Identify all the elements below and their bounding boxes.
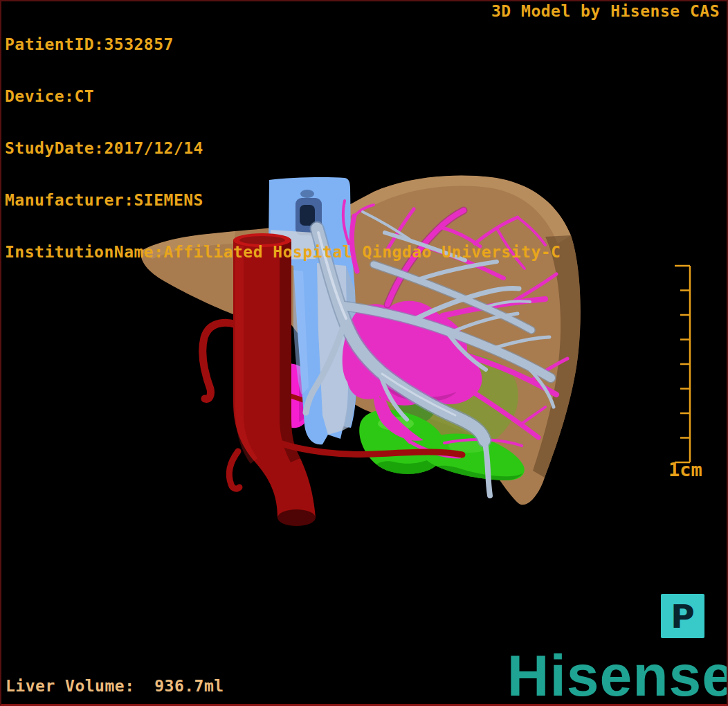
hisense-logo: Hisense — [507, 646, 728, 705]
liver-volume-readout: Liver Volume: 936.7ml — [6, 677, 224, 695]
study-date-line: StudyDate:2017/12/14 — [5, 140, 561, 157]
orientation-letter: P — [671, 600, 694, 633]
patient-id-line: PatientID:3532857 — [5, 36, 561, 53]
app-title: 3D Model by Hisense CAS — [491, 2, 720, 20]
scale-bar — [675, 266, 690, 462]
scale-label: 1cm — [668, 459, 717, 480]
institution-line: InstitutionName:Affiliated Hospital Qing… — [5, 244, 561, 261]
orientation-marker: P — [661, 594, 704, 638]
device-line: Device:CT — [5, 88, 561, 105]
manufacturer-line: Manufacturer:SIEMENS — [5, 192, 561, 209]
patient-info-overlay: PatientID:3532857 Device:CT StudyDate:20… — [5, 1, 561, 278]
